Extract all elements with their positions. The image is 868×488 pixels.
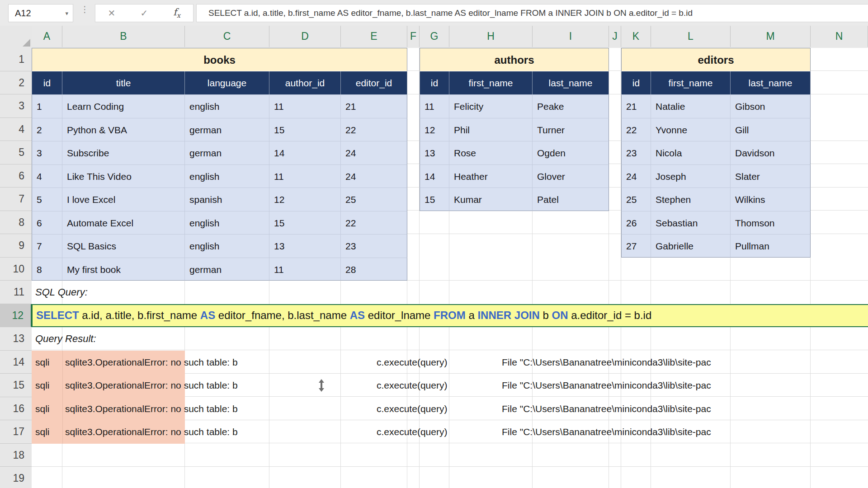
sql-query-label-cell[interactable]: SQL Query: — [35, 281, 88, 304]
table-cell[interactable]: 22 — [621, 118, 651, 141]
table-header-cell[interactable]: id — [420, 71, 449, 95]
row-header-7[interactable]: 7 — [0, 188, 32, 211]
query-result-row[interactable]: sqlisqlite3.OperationalError: no such ta… — [32, 420, 868, 444]
table-cell[interactable]: Like This Video — [62, 164, 185, 188]
row-header-4[interactable]: 4 — [0, 118, 32, 141]
table-cell[interactable]: Wilkins — [731, 188, 811, 211]
error-message-cell[interactable]: sqlite3.OperationalError: no such table:… — [65, 397, 238, 421]
error-file-cell[interactable]: File "C:\Users\Bananatree\miniconda3\lib… — [502, 374, 711, 397]
table-header-cell[interactable]: first_name — [449, 71, 533, 95]
table-cell[interactable]: english — [185, 94, 269, 118]
row-header-2[interactable]: 2 — [0, 71, 32, 95]
column-header-H[interactable]: H — [449, 26, 533, 47]
table-cell[interactable]: 13 — [420, 141, 449, 164]
table-cell[interactable]: Patel — [533, 188, 609, 211]
table-cell[interactable]: 22 — [341, 118, 407, 141]
table-cell[interactable]: 14 — [420, 164, 449, 188]
row-header-3[interactable]: 3 — [0, 94, 32, 118]
row-header-16[interactable]: 16 — [0, 397, 32, 421]
row-header-8[interactable]: 8 — [0, 211, 32, 235]
table-cell[interactable]: english — [185, 211, 269, 235]
table-cell[interactable]: 11 — [269, 94, 341, 118]
query-result-row[interactable]: sqlisqlite3.OperationalError: no such ta… — [32, 374, 868, 397]
column-header-C[interactable]: C — [185, 26, 269, 47]
table-cell[interactable]: 12 — [269, 188, 341, 211]
table-cell[interactable]: My first book — [62, 258, 185, 281]
error-code-cell[interactable]: c.execute(query) — [377, 420, 447, 444]
table-cell[interactable]: 28 — [341, 258, 407, 281]
table-cell[interactable]: Nicola — [651, 141, 731, 164]
table-title-editors[interactable]: editors — [621, 48, 811, 71]
table-cell[interactable]: Felicity — [449, 94, 533, 118]
column-header-G[interactable]: G — [420, 26, 449, 47]
table-cell[interactable]: 12 — [420, 118, 449, 141]
table-cell[interactable]: Slater — [731, 164, 811, 188]
table-cell[interactable]: Gibson — [731, 94, 811, 118]
table-cell[interactable]: 11 — [269, 258, 341, 281]
name-box-dropdown-icon[interactable]: ▾ — [65, 10, 73, 17]
query-result-row[interactable]: sqlisqlite3.OperationalError: no such ta… — [32, 397, 868, 421]
table-cell[interactable]: Thomson — [731, 211, 811, 235]
error-cell-truncated[interactable]: sqli — [35, 397, 50, 421]
table-cell[interactable]: 3 — [32, 141, 62, 164]
table-cell[interactable]: english — [185, 234, 269, 258]
table-cell[interactable]: 4 — [32, 164, 62, 188]
table-cell[interactable]: 6 — [32, 211, 62, 235]
table-cell[interactable]: 14 — [269, 141, 341, 164]
table-cell[interactable]: Joseph — [651, 164, 731, 188]
table-cell[interactable]: Gabrielle — [651, 234, 731, 258]
table-cell[interactable]: 2 — [32, 118, 62, 141]
table-header-cell[interactable]: last_name — [731, 71, 811, 95]
column-header-I[interactable]: I — [533, 26, 609, 47]
row-header-19[interactable]: 19 — [0, 467, 32, 488]
error-message-cell[interactable]: sqlite3.OperationalError: no such table:… — [65, 374, 238, 397]
table-cell[interactable]: Python & VBA — [62, 118, 185, 141]
error-file-cell[interactable]: File "C:\Users\Bananatree\miniconda3\lib… — [502, 420, 711, 444]
table-cell[interactable]: Learn Coding — [62, 94, 185, 118]
table-cell[interactable]: Phil — [449, 118, 533, 141]
column-header-A[interactable]: A — [32, 26, 62, 47]
table-header-cell[interactable]: first_name — [651, 71, 731, 95]
table-cell[interactable]: Sebastian — [651, 211, 731, 235]
table-cell[interactable]: 8 — [32, 258, 62, 281]
row-header-6[interactable]: 6 — [0, 164, 32, 188]
table-cell[interactable]: 25 — [341, 188, 407, 211]
select-all-button[interactable] — [0, 26, 32, 49]
table-cell[interactable]: 23 — [341, 234, 407, 258]
error-cell-truncated[interactable]: sqli — [35, 420, 50, 444]
sql-query-cell[interactable]: SELECT a.id, a.title, b.first_name AS ed… — [32, 304, 868, 328]
table-cell[interactable]: 24 — [341, 141, 407, 164]
table-cell[interactable]: spanish — [185, 188, 269, 211]
table-title-books[interactable]: books — [32, 48, 407, 71]
row-header-14[interactable]: 14 — [0, 351, 32, 374]
table-cell[interactable]: 5 — [32, 188, 62, 211]
table-cell[interactable]: 11 — [420, 94, 449, 118]
row-header-11[interactable]: 11 — [0, 281, 32, 304]
table-cell[interactable]: Turner — [533, 118, 609, 141]
table-cell[interactable]: 15 — [420, 188, 449, 211]
table-header-cell[interactable]: id — [32, 71, 62, 95]
name-box[interactable]: A12 ▾ — [8, 4, 73, 22]
formula-bar-handle-icon[interactable]: ⋮ — [80, 6, 89, 13]
table-header-cell[interactable]: author_id — [269, 71, 341, 95]
table-header-cell[interactable]: id — [621, 71, 651, 95]
table-cell[interactable]: 15 — [269, 211, 341, 235]
row-header-13[interactable]: 13 — [0, 327, 32, 351]
error-file-cell[interactable]: File "C:\Users\Bananatree\miniconda3\lib… — [502, 397, 711, 421]
column-header-J[interactable]: J — [609, 26, 621, 47]
table-cell[interactable]: Stephen — [651, 188, 731, 211]
error-file-cell[interactable]: File "C:\Users\Bananatree\miniconda3\lib… — [502, 351, 711, 374]
cancel-icon[interactable]: ✕ — [98, 8, 125, 19]
table-header-cell[interactable]: title — [62, 71, 185, 95]
table-cell[interactable]: german — [185, 118, 269, 141]
table-title-authors[interactable]: authors — [420, 48, 609, 71]
row-header-15[interactable]: 15 — [0, 374, 32, 397]
query-result-row[interactable]: sqlisqlite3.OperationalError: no such ta… — [32, 351, 868, 374]
table-cell[interactable]: 27 — [621, 234, 651, 258]
table-cell[interactable]: Subscribe — [62, 141, 185, 164]
enter-icon[interactable]: ✓ — [131, 8, 158, 19]
table-cell[interactable]: german — [185, 258, 269, 281]
table-cell[interactable]: 22 — [341, 211, 407, 235]
table-cell[interactable]: 13 — [269, 234, 341, 258]
column-header-N[interactable]: N — [811, 26, 868, 47]
